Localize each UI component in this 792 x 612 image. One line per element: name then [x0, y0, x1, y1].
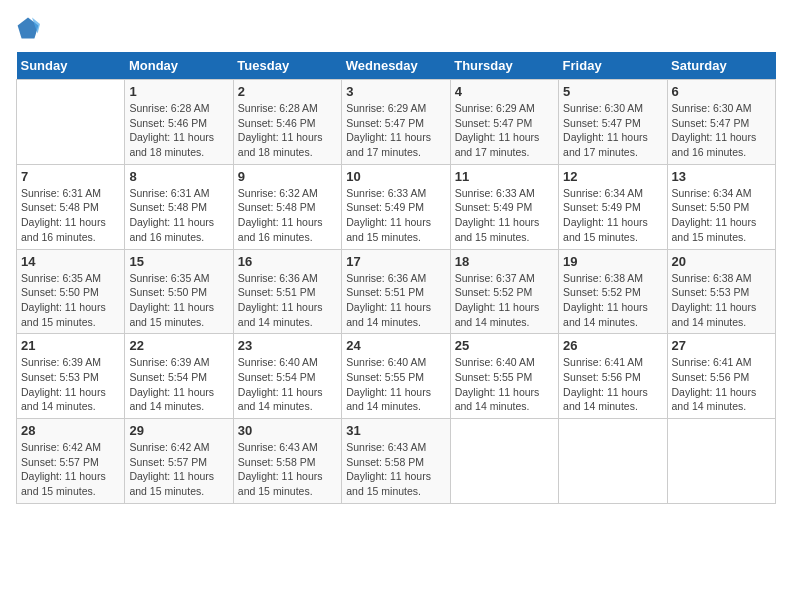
calendar-cell: 12 Sunrise: 6:34 AM Sunset: 5:49 PM Dayl… [559, 164, 667, 249]
calendar-cell: 25 Sunrise: 6:40 AM Sunset: 5:55 PM Dayl… [450, 334, 558, 419]
calendar-cell: 17 Sunrise: 6:36 AM Sunset: 5:51 PM Dayl… [342, 249, 450, 334]
day-info: Sunrise: 6:42 AM Sunset: 5:57 PM Dayligh… [21, 440, 120, 499]
day-number: 31 [346, 423, 445, 438]
day-number: 18 [455, 254, 554, 269]
calendar-cell [450, 419, 558, 504]
calendar-cell: 26 Sunrise: 6:41 AM Sunset: 5:56 PM Dayl… [559, 334, 667, 419]
calendar-cell: 22 Sunrise: 6:39 AM Sunset: 5:54 PM Dayl… [125, 334, 233, 419]
weekday-header-friday: Friday [559, 52, 667, 80]
day-info: Sunrise: 6:40 AM Sunset: 5:55 PM Dayligh… [346, 355, 445, 414]
day-number: 2 [238, 84, 337, 99]
day-number: 7 [21, 169, 120, 184]
calendar-cell: 5 Sunrise: 6:30 AM Sunset: 5:47 PM Dayli… [559, 80, 667, 165]
week-row-1: 1 Sunrise: 6:28 AM Sunset: 5:46 PM Dayli… [17, 80, 776, 165]
day-info: Sunrise: 6:36 AM Sunset: 5:51 PM Dayligh… [346, 271, 445, 330]
day-info: Sunrise: 6:31 AM Sunset: 5:48 PM Dayligh… [21, 186, 120, 245]
day-number: 11 [455, 169, 554, 184]
calendar-cell: 20 Sunrise: 6:38 AM Sunset: 5:53 PM Dayl… [667, 249, 775, 334]
day-number: 26 [563, 338, 662, 353]
day-number: 15 [129, 254, 228, 269]
day-info: Sunrise: 6:36 AM Sunset: 5:51 PM Dayligh… [238, 271, 337, 330]
day-info: Sunrise: 6:30 AM Sunset: 5:47 PM Dayligh… [563, 101, 662, 160]
calendar-cell: 2 Sunrise: 6:28 AM Sunset: 5:46 PM Dayli… [233, 80, 341, 165]
weekday-header-thursday: Thursday [450, 52, 558, 80]
day-number: 9 [238, 169, 337, 184]
day-number: 6 [672, 84, 771, 99]
day-info: Sunrise: 6:28 AM Sunset: 5:46 PM Dayligh… [238, 101, 337, 160]
calendar-cell: 3 Sunrise: 6:29 AM Sunset: 5:47 PM Dayli… [342, 80, 450, 165]
day-number: 20 [672, 254, 771, 269]
calendar-cell: 6 Sunrise: 6:30 AM Sunset: 5:47 PM Dayli… [667, 80, 775, 165]
calendar-cell: 27 Sunrise: 6:41 AM Sunset: 5:56 PM Dayl… [667, 334, 775, 419]
day-info: Sunrise: 6:39 AM Sunset: 5:54 PM Dayligh… [129, 355, 228, 414]
logo [16, 16, 44, 40]
day-info: Sunrise: 6:35 AM Sunset: 5:50 PM Dayligh… [129, 271, 228, 330]
week-row-2: 7 Sunrise: 6:31 AM Sunset: 5:48 PM Dayli… [17, 164, 776, 249]
day-number: 29 [129, 423, 228, 438]
day-info: Sunrise: 6:41 AM Sunset: 5:56 PM Dayligh… [672, 355, 771, 414]
calendar-cell [17, 80, 125, 165]
day-info: Sunrise: 6:31 AM Sunset: 5:48 PM Dayligh… [129, 186, 228, 245]
day-info: Sunrise: 6:42 AM Sunset: 5:57 PM Dayligh… [129, 440, 228, 499]
weekday-header-saturday: Saturday [667, 52, 775, 80]
day-info: Sunrise: 6:34 AM Sunset: 5:49 PM Dayligh… [563, 186, 662, 245]
day-info: Sunrise: 6:34 AM Sunset: 5:50 PM Dayligh… [672, 186, 771, 245]
day-number: 24 [346, 338, 445, 353]
weekday-header-row: SundayMondayTuesdayWednesdayThursdayFrid… [17, 52, 776, 80]
day-number: 17 [346, 254, 445, 269]
calendar-cell: 11 Sunrise: 6:33 AM Sunset: 5:49 PM Dayl… [450, 164, 558, 249]
calendar-cell: 7 Sunrise: 6:31 AM Sunset: 5:48 PM Dayli… [17, 164, 125, 249]
day-number: 23 [238, 338, 337, 353]
day-number: 30 [238, 423, 337, 438]
week-row-4: 21 Sunrise: 6:39 AM Sunset: 5:53 PM Dayl… [17, 334, 776, 419]
calendar-cell: 13 Sunrise: 6:34 AM Sunset: 5:50 PM Dayl… [667, 164, 775, 249]
calendar-cell: 1 Sunrise: 6:28 AM Sunset: 5:46 PM Dayli… [125, 80, 233, 165]
day-number: 28 [21, 423, 120, 438]
day-info: Sunrise: 6:37 AM Sunset: 5:52 PM Dayligh… [455, 271, 554, 330]
day-number: 10 [346, 169, 445, 184]
weekday-header-sunday: Sunday [17, 52, 125, 80]
calendar-cell: 15 Sunrise: 6:35 AM Sunset: 5:50 PM Dayl… [125, 249, 233, 334]
day-info: Sunrise: 6:33 AM Sunset: 5:49 PM Dayligh… [455, 186, 554, 245]
day-number: 19 [563, 254, 662, 269]
weekday-header-tuesday: Tuesday [233, 52, 341, 80]
calendar-cell: 23 Sunrise: 6:40 AM Sunset: 5:54 PM Dayl… [233, 334, 341, 419]
calendar-table: SundayMondayTuesdayWednesdayThursdayFrid… [16, 52, 776, 504]
day-number: 1 [129, 84, 228, 99]
day-info: Sunrise: 6:35 AM Sunset: 5:50 PM Dayligh… [21, 271, 120, 330]
day-info: Sunrise: 6:28 AM Sunset: 5:46 PM Dayligh… [129, 101, 228, 160]
calendar-cell: 28 Sunrise: 6:42 AM Sunset: 5:57 PM Dayl… [17, 419, 125, 504]
calendar-cell: 24 Sunrise: 6:40 AM Sunset: 5:55 PM Dayl… [342, 334, 450, 419]
day-info: Sunrise: 6:43 AM Sunset: 5:58 PM Dayligh… [346, 440, 445, 499]
day-number: 13 [672, 169, 771, 184]
day-info: Sunrise: 6:40 AM Sunset: 5:55 PM Dayligh… [455, 355, 554, 414]
day-info: Sunrise: 6:38 AM Sunset: 5:53 PM Dayligh… [672, 271, 771, 330]
day-number: 14 [21, 254, 120, 269]
day-info: Sunrise: 6:29 AM Sunset: 5:47 PM Dayligh… [455, 101, 554, 160]
day-number: 4 [455, 84, 554, 99]
calendar-cell [667, 419, 775, 504]
calendar-cell: 4 Sunrise: 6:29 AM Sunset: 5:47 PM Dayli… [450, 80, 558, 165]
week-row-3: 14 Sunrise: 6:35 AM Sunset: 5:50 PM Dayl… [17, 249, 776, 334]
day-info: Sunrise: 6:33 AM Sunset: 5:49 PM Dayligh… [346, 186, 445, 245]
day-info: Sunrise: 6:32 AM Sunset: 5:48 PM Dayligh… [238, 186, 337, 245]
day-info: Sunrise: 6:38 AM Sunset: 5:52 PM Dayligh… [563, 271, 662, 330]
day-number: 16 [238, 254, 337, 269]
day-number: 12 [563, 169, 662, 184]
calendar-cell: 10 Sunrise: 6:33 AM Sunset: 5:49 PM Dayl… [342, 164, 450, 249]
calendar-cell: 8 Sunrise: 6:31 AM Sunset: 5:48 PM Dayli… [125, 164, 233, 249]
day-info: Sunrise: 6:30 AM Sunset: 5:47 PM Dayligh… [672, 101, 771, 160]
page-header [16, 16, 776, 40]
day-number: 22 [129, 338, 228, 353]
day-number: 25 [455, 338, 554, 353]
calendar-cell: 9 Sunrise: 6:32 AM Sunset: 5:48 PM Dayli… [233, 164, 341, 249]
day-info: Sunrise: 6:43 AM Sunset: 5:58 PM Dayligh… [238, 440, 337, 499]
day-info: Sunrise: 6:39 AM Sunset: 5:53 PM Dayligh… [21, 355, 120, 414]
calendar-cell: 29 Sunrise: 6:42 AM Sunset: 5:57 PM Dayl… [125, 419, 233, 504]
day-info: Sunrise: 6:40 AM Sunset: 5:54 PM Dayligh… [238, 355, 337, 414]
calendar-cell: 30 Sunrise: 6:43 AM Sunset: 5:58 PM Dayl… [233, 419, 341, 504]
day-number: 27 [672, 338, 771, 353]
calendar-cell: 14 Sunrise: 6:35 AM Sunset: 5:50 PM Dayl… [17, 249, 125, 334]
calendar-cell [559, 419, 667, 504]
weekday-header-monday: Monday [125, 52, 233, 80]
